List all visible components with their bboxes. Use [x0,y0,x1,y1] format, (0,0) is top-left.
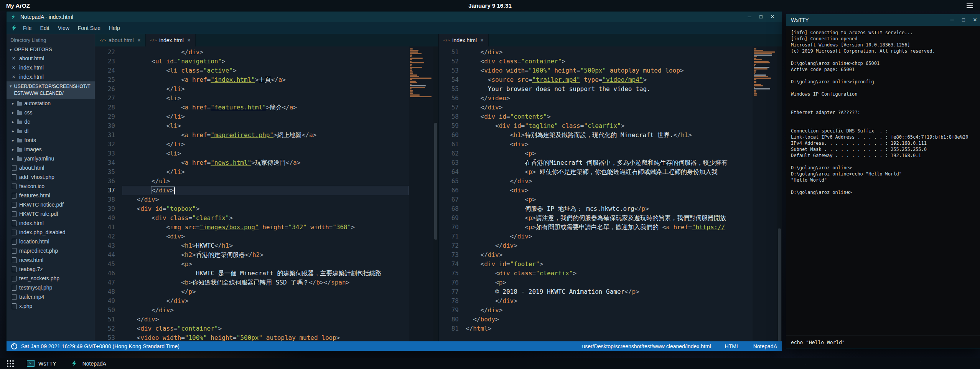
sidebar-folder-item[interactable]: ▸autostation [7,99,95,108]
line-number[interactable]: 81 [439,324,459,333]
code-line[interactable]: <p> [466,149,753,158]
code-line[interactable]: <ul id="navigation"> [122,57,409,66]
minimap[interactable] [409,46,433,341]
hamburger-menu-icon[interactable] [967,3,980,8]
code-line[interactable]: <div id="footer"> [466,260,753,269]
code-line[interactable]: <div> [466,186,753,195]
line-number[interactable]: 41 [95,223,115,232]
code-line[interactable]: <a href="mapredirect.php">網上地圖</a> [122,131,409,140]
line-number[interactable]: 68 [439,204,459,213]
close-editor-icon[interactable]: ✕ [12,74,16,79]
code-line[interactable]: </div> [466,296,753,306]
code-line[interactable]: </li> [122,140,409,149]
app-launcher-icon[interactable] [2,360,18,367]
code-line[interactable]: <p>如有問題或需要申請白名單，歡迎加入我們的 <a href="https:/… [466,223,753,232]
sidebar-folder-item[interactable]: ▸yamlyamlinu [7,154,95,163]
line-number[interactable]: 23 [95,57,115,66]
aroz-start-button[interactable]: My ArOZ [0,2,36,9]
scrollbar-thumb[interactable] [434,123,437,239]
code-line[interactable]: </div> [466,250,753,260]
line-number[interactable]: 69 [439,213,459,223]
tab-index.html[interactable]: </>index.html✕ [146,34,196,46]
line-number[interactable]: 51 [439,48,459,57]
line-number[interactable]: 50 [95,306,115,315]
line-number[interactable]: 80 [439,315,459,324]
line-number[interactable]: 47 [95,278,115,287]
maximize-button[interactable]: □ [756,12,766,22]
line-number[interactable]: 34 [95,158,115,167]
code-line[interactable]: <a href="index.html">主頁</a> [122,75,409,84]
sidebar-folder-item[interactable]: ▸dl [7,126,95,136]
open-editor-item[interactable]: ✕index.html [7,72,95,81]
code-line[interactable]: </div> [122,195,409,204]
code-line[interactable]: 伺服器 IP 地址為： mcs.hkwtc.org</p> [466,204,753,213]
line-number[interactable]: 78 [439,296,459,306]
tab-index.html[interactable]: </>index.html✕ [439,34,489,46]
wstty-titlebar[interactable]: WsTTY ─ □ ✕ [786,14,980,26]
code-line[interactable]: <div class="container"> [466,57,753,66]
code-line[interactable]: </div> [466,177,753,186]
code-line[interactable]: <video width="100%" height="500px" autop… [466,66,753,75]
code-line[interactable]: </div> [466,306,753,315]
sidebar-file-item[interactable]: add_vhost.php [7,172,95,182]
sidebar-file-item[interactable]: index.php_disabled [7,228,95,237]
code-line[interactable]: <h2>香港的建築伺服器</h2> [122,250,409,260]
terminal-input[interactable]: echo "Hello World" [786,336,980,348]
code-line[interactable]: </li> [122,112,409,121]
statusbar-language[interactable]: HTML [725,343,740,349]
line-number[interactable]: 56 [439,94,459,103]
code-line[interactable]: <p> 即使你不是建築師，你也能透過紅石師或鐵路工程師的身份加入我 [466,167,753,177]
scrollbar-thumb[interactable] [778,228,781,341]
sidebar-file-item[interactable]: x.php [7,301,95,311]
code-line[interactable]: <p> [466,195,753,204]
code-line[interactable]: </div> [122,296,409,306]
code-line[interactable]: <div> [122,232,409,241]
line-number[interactable]: 49 [95,296,115,306]
line-number[interactable]: 26 [95,84,115,94]
code-line[interactable]: </div> [122,306,409,315]
line-number[interactable]: 67 [439,195,459,204]
code-line[interactable]: </div> [466,232,753,241]
line-number[interactable]: 70 [439,223,459,232]
code-line[interactable]: <h1>HKWTC</h1> [122,241,409,250]
sidebar-file-item[interactable]: test_sockets.php [7,274,95,283]
menu-help[interactable]: Help [105,23,124,33]
sidebar-folder-item[interactable]: ▸images [7,145,95,154]
close-editor-icon[interactable]: ✕ [12,65,16,70]
sidebar-file-item[interactable]: features.html [7,191,95,200]
sidebar-file-item[interactable]: news.html [7,255,95,265]
line-number[interactable]: 66 [439,186,459,195]
notepada-titlebar[interactable]: NotepadA - index.html ─ □ ✕ [7,12,782,22]
sidebar-file-item[interactable]: HKWTC notice.pdf [7,200,95,209]
close-tab-icon[interactable]: ✕ [187,38,191,43]
line-number[interactable]: 52 [439,57,459,66]
code-line[interactable]: </video> [466,94,753,103]
line-number[interactable]: 63 [439,158,459,167]
code-line[interactable]: </html> [466,324,753,333]
open-editor-item[interactable]: ✕about.html [7,54,95,63]
code-line[interactable]: <div class="container"> [122,324,409,333]
menu-edit[interactable]: Edit [36,23,54,33]
code-line[interactable]: </ul> [122,177,409,186]
code-line[interactable]: <a href="news.html">玩家傳送門</a> [122,158,409,167]
line-number[interactable]: 31 [95,131,115,140]
line-number[interactable]: 37 [95,186,115,195]
line-number[interactable]: 53 [439,66,459,75]
code-line[interactable]: HKWTC 是一個 Minecraft 的建築伺服器，主要建築計劃包括鐵路 [122,269,409,278]
code-line[interactable]: </div> [466,241,753,250]
close-button[interactable]: ✕ [767,12,778,22]
line-number[interactable]: 65 [439,177,459,186]
line-number[interactable]: 25 [95,75,115,84]
line-number[interactable]: 28 [95,103,115,112]
sidebar-file-item[interactable]: about.html [7,163,95,172]
open-editors-header[interactable]: ▾OPEN EDITORS [7,45,95,54]
line-number[interactable]: 36 [95,177,115,186]
line-number[interactable]: 24 [95,66,115,75]
line-number[interactable]: 27 [95,94,115,103]
code-content[interactable]: </div> <div class="container"> <video wi… [466,46,753,341]
code-line[interactable]: </div> [122,315,409,324]
code-content[interactable]: </div> <ul id="navigation"> <li class="a… [122,46,409,341]
menu-font-size[interactable]: Font Size [74,23,105,33]
close-editor-icon[interactable]: ✕ [12,56,16,61]
vertical-scrollbar[interactable] [777,46,782,341]
